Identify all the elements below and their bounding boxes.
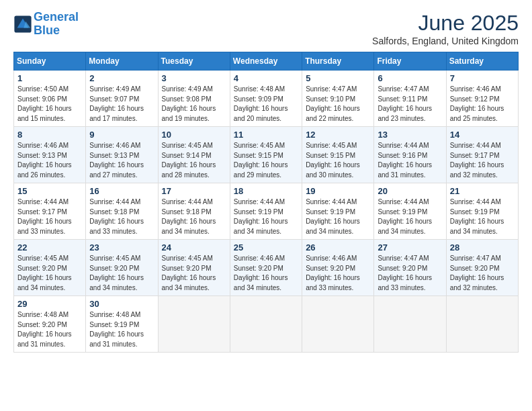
day-number: 23: [89, 242, 154, 253]
day-number: 4: [234, 73, 298, 83]
calendar-day-cell: 24 Sunrise: 4:45 AM Sunset: 9:20 PM Dayl…: [158, 240, 230, 296]
day-info: Sunrise: 4:46 AM Sunset: 9:13 PM Dayligh…: [89, 141, 154, 180]
day-info: Sunrise: 4:44 AM Sunset: 9:17 PM Dayligh…: [17, 197, 82, 236]
col-wednesday: Wednesday: [230, 52, 302, 71]
calendar-day-cell: 20 Sunrise: 4:44 AM Sunset: 9:19 PM Dayl…: [374, 183, 446, 240]
day-number: 16: [89, 186, 154, 196]
calendar-day-cell: 10 Sunrise: 4:45 AM Sunset: 9:14 PM Dayl…: [158, 127, 230, 183]
day-info: Sunrise: 4:45 AM Sunset: 9:15 PM Dayligh…: [306, 141, 370, 180]
day-number: 5: [306, 73, 370, 83]
calendar-day-cell: 16 Sunrise: 4:44 AM Sunset: 9:18 PM Dayl…: [86, 183, 158, 240]
calendar-week-row: 22 Sunrise: 4:45 AM Sunset: 9:20 PM Dayl…: [14, 240, 519, 296]
day-info: Sunrise: 4:48 AM Sunset: 9:20 PM Dayligh…: [17, 310, 82, 349]
header: General Blue June 2025 Salfords, England…: [13, 11, 519, 46]
calendar-day-cell: 8 Sunrise: 4:46 AM Sunset: 9:13 PM Dayli…: [14, 127, 86, 183]
calendar-week-row: 8 Sunrise: 4:46 AM Sunset: 9:13 PM Dayli…: [14, 127, 519, 183]
month-title: June 2025: [372, 11, 519, 36]
day-number: 7: [450, 73, 515, 83]
day-number: 29: [17, 299, 82, 309]
calendar-day-cell: 17 Sunrise: 4:44 AM Sunset: 9:18 PM Dayl…: [158, 183, 230, 240]
col-monday: Monday: [86, 52, 158, 71]
calendar-day-cell: [230, 296, 302, 353]
calendar-day-cell: 9 Sunrise: 4:46 AM Sunset: 9:13 PM Dayli…: [86, 127, 158, 183]
calendar-day-cell: 1 Sunrise: 4:50 AM Sunset: 9:06 PM Dayli…: [14, 71, 86, 127]
day-number: 3: [162, 73, 226, 83]
calendar-day-cell: 27 Sunrise: 4:47 AM Sunset: 9:20 PM Dayl…: [374, 240, 446, 296]
location: Salfords, England, United Kingdom: [372, 36, 519, 46]
day-number: 17: [162, 186, 226, 196]
calendar-day-cell: 14 Sunrise: 4:44 AM Sunset: 9:17 PM Dayl…: [446, 127, 518, 183]
day-info: Sunrise: 4:46 AM Sunset: 9:20 PM Dayligh…: [306, 254, 370, 293]
day-number: 26: [306, 242, 370, 253]
day-number: 22: [17, 242, 82, 253]
day-info: Sunrise: 4:44 AM Sunset: 9:19 PM Dayligh…: [450, 197, 515, 236]
calendar-day-cell: 25 Sunrise: 4:46 AM Sunset: 9:20 PM Dayl…: [230, 240, 302, 296]
day-number: 18: [234, 186, 298, 196]
day-number: 30: [89, 299, 154, 309]
calendar-day-cell: 4 Sunrise: 4:48 AM Sunset: 9:09 PM Dayli…: [230, 71, 302, 127]
col-saturday: Saturday: [446, 52, 518, 71]
day-number: 19: [306, 186, 370, 196]
day-info: Sunrise: 4:45 AM Sunset: 9:15 PM Dayligh…: [234, 141, 298, 180]
col-friday: Friday: [374, 52, 446, 71]
day-info: Sunrise: 4:44 AM Sunset: 9:18 PM Dayligh…: [89, 197, 154, 236]
day-number: 1: [17, 73, 82, 83]
day-number: 15: [17, 186, 82, 196]
calendar-day-cell: 29 Sunrise: 4:48 AM Sunset: 9:20 PM Dayl…: [14, 296, 86, 353]
day-number: 20: [378, 186, 442, 196]
day-number: 13: [378, 130, 442, 140]
day-info: Sunrise: 4:49 AM Sunset: 9:07 PM Dayligh…: [89, 85, 154, 124]
day-number: 11: [234, 130, 298, 140]
day-number: 14: [450, 130, 515, 140]
calendar-day-cell: 15 Sunrise: 4:44 AM Sunset: 9:17 PM Dayl…: [14, 183, 86, 240]
day-info: Sunrise: 4:46 AM Sunset: 9:20 PM Dayligh…: [234, 254, 298, 293]
calendar-day-cell: 2 Sunrise: 4:49 AM Sunset: 9:07 PM Dayli…: [86, 71, 158, 127]
day-info: Sunrise: 4:45 AM Sunset: 9:20 PM Dayligh…: [162, 254, 226, 293]
calendar: Sunday Monday Tuesday Wednesday Thursday…: [13, 52, 519, 353]
day-info: Sunrise: 4:45 AM Sunset: 9:20 PM Dayligh…: [17, 254, 82, 293]
day-number: 27: [378, 242, 442, 253]
day-number: 6: [378, 73, 442, 83]
day-info: Sunrise: 4:45 AM Sunset: 9:14 PM Dayligh…: [162, 141, 226, 180]
day-number: 2: [89, 73, 154, 83]
calendar-day-cell: [446, 296, 518, 353]
day-info: Sunrise: 4:44 AM Sunset: 9:17 PM Dayligh…: [450, 141, 515, 180]
calendar-day-cell: 3 Sunrise: 4:49 AM Sunset: 9:08 PM Dayli…: [158, 71, 230, 127]
calendar-week-row: 15 Sunrise: 4:44 AM Sunset: 9:17 PM Dayl…: [14, 183, 519, 240]
page: General Blue June 2025 Salfords, England…: [0, 0, 532, 366]
calendar-day-cell: 18 Sunrise: 4:44 AM Sunset: 9:19 PM Dayl…: [230, 183, 302, 240]
calendar-day-cell: 19 Sunrise: 4:44 AM Sunset: 9:19 PM Dayl…: [302, 183, 374, 240]
calendar-day-cell: [302, 296, 374, 353]
day-info: Sunrise: 4:44 AM Sunset: 9:19 PM Dayligh…: [378, 197, 442, 236]
calendar-day-cell: 5 Sunrise: 4:47 AM Sunset: 9:10 PM Dayli…: [302, 71, 374, 127]
day-info: Sunrise: 4:44 AM Sunset: 9:18 PM Dayligh…: [162, 197, 226, 236]
calendar-day-cell: 6 Sunrise: 4:47 AM Sunset: 9:11 PM Dayli…: [374, 71, 446, 127]
day-info: Sunrise: 4:47 AM Sunset: 9:20 PM Dayligh…: [378, 254, 442, 293]
col-sunday: Sunday: [14, 52, 86, 71]
calendar-day-cell: 26 Sunrise: 4:46 AM Sunset: 9:20 PM Dayl…: [302, 240, 374, 296]
col-tuesday: Tuesday: [158, 52, 230, 71]
day-number: 28: [450, 242, 515, 253]
calendar-week-row: 1 Sunrise: 4:50 AM Sunset: 9:06 PM Dayli…: [14, 71, 519, 127]
calendar-header-row: Sunday Monday Tuesday Wednesday Thursday…: [14, 52, 519, 71]
calendar-day-cell: 28 Sunrise: 4:47 AM Sunset: 9:20 PM Dayl…: [446, 240, 518, 296]
calendar-day-cell: 11 Sunrise: 4:45 AM Sunset: 9:15 PM Dayl…: [230, 127, 302, 183]
day-number: 9: [89, 130, 154, 140]
day-number: 24: [162, 242, 226, 253]
calendar-day-cell: 22 Sunrise: 4:45 AM Sunset: 9:20 PM Dayl…: [14, 240, 86, 296]
day-number: 25: [234, 242, 298, 253]
day-info: Sunrise: 4:47 AM Sunset: 9:20 PM Dayligh…: [450, 254, 515, 293]
col-thursday: Thursday: [302, 52, 374, 71]
calendar-day-cell: [158, 296, 230, 353]
day-info: Sunrise: 4:44 AM Sunset: 9:19 PM Dayligh…: [234, 197, 298, 236]
day-number: 10: [162, 130, 226, 140]
calendar-day-cell: 30 Sunrise: 4:48 AM Sunset: 9:19 PM Dayl…: [86, 296, 158, 353]
day-info: Sunrise: 4:48 AM Sunset: 9:09 PM Dayligh…: [234, 85, 298, 124]
day-info: Sunrise: 4:49 AM Sunset: 9:08 PM Dayligh…: [162, 85, 226, 124]
day-info: Sunrise: 4:45 AM Sunset: 9:20 PM Dayligh…: [89, 254, 154, 293]
title-block: June 2025 Salfords, England, United King…: [372, 11, 519, 46]
day-info: Sunrise: 4:50 AM Sunset: 9:06 PM Dayligh…: [17, 85, 82, 124]
calendar-day-cell: 21 Sunrise: 4:44 AM Sunset: 9:19 PM Dayl…: [446, 183, 518, 240]
day-number: 8: [17, 130, 82, 140]
day-number: 21: [450, 186, 515, 196]
